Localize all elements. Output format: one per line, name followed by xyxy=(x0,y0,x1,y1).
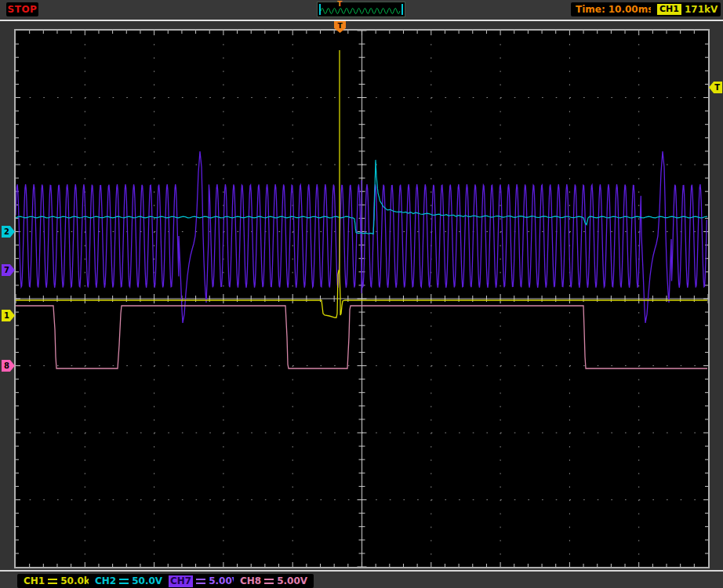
run-state-indicator[interactable]: STOP xyxy=(6,2,38,16)
channel-status-bar: CH1 50.0kV CH2 50.0V CH7 5.00V CH8 5.00V xyxy=(0,570,723,588)
timebase-readout: Time: 10.00ms xyxy=(571,2,658,16)
waveform-preview-strip: T xyxy=(317,2,405,17)
ch2-scale-value: 50.0V xyxy=(132,575,162,586)
trigger-level-marker[interactable]: T xyxy=(709,82,722,93)
ch1-position-marker[interactable]: 1 xyxy=(2,310,15,321)
timebase-label: Time: xyxy=(576,4,605,15)
ch8-label: CH8 xyxy=(240,575,261,586)
ch1-dc-coupling-icon xyxy=(48,579,57,584)
ch8-scale-value: 5.00V xyxy=(277,575,307,586)
ch8-chip[interactable]: CH8 5.00V xyxy=(234,574,314,588)
ch8-position-marker[interactable]: 8 xyxy=(2,360,15,372)
run-state-label: STOP xyxy=(8,4,38,15)
trigger-readout: CH1 171kV xyxy=(651,2,721,16)
ch7-position-marker[interactable]: 7 xyxy=(2,264,15,276)
ch8-dc-coupling-icon xyxy=(264,579,274,584)
ch1-label: CH1 xyxy=(24,575,45,586)
ch2-label: CH2 xyxy=(95,575,116,586)
waveform-display xyxy=(16,31,708,567)
preview-left-bracket[interactable] xyxy=(319,4,321,15)
timebase-value: 10.00ms xyxy=(609,4,654,15)
trigger-level-value: 171kV xyxy=(685,4,718,15)
preview-waveform xyxy=(318,2,403,16)
ch2-chip[interactable]: CH2 50.0V xyxy=(89,574,169,588)
ch7-dc-coupling-icon xyxy=(196,579,205,584)
preview-right-bracket[interactable] xyxy=(401,4,403,15)
preview-trigger-icon[interactable]: T xyxy=(337,1,342,8)
top-status-bar: STOP T Time: 10.00ms CH1 171kV xyxy=(0,0,723,21)
ch7-label: CH7 xyxy=(169,575,193,587)
trigger-source-badge: CH1 xyxy=(657,4,681,15)
ch2-position-marker[interactable]: 2 xyxy=(2,226,15,238)
ch2-dc-coupling-icon xyxy=(119,579,129,584)
oscilloscope-screen: STOP T Time: 10.00ms CH1 171kV T 2 xyxy=(0,0,723,588)
graticule-area xyxy=(14,29,710,568)
